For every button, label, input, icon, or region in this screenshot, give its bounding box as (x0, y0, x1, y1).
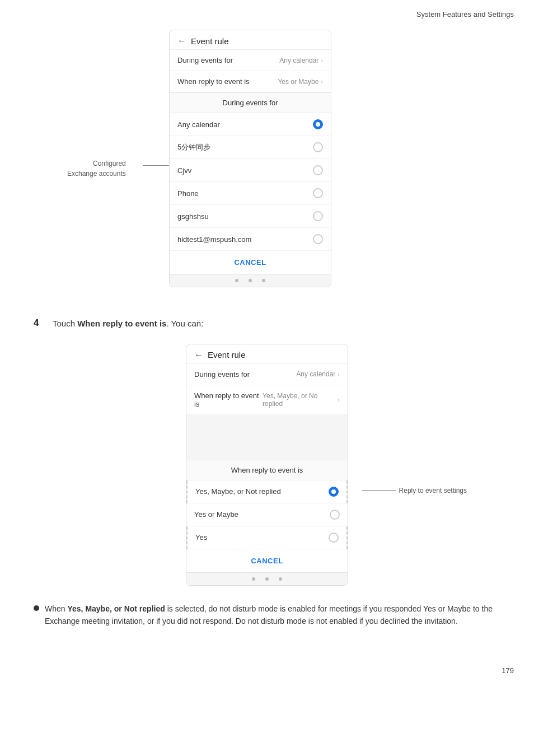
page-number: 179 (0, 666, 534, 675)
second-dropdown-header: When reply to event is (186, 460, 348, 480)
dropdown-item-5min[interactable]: 5分钟同步 (170, 136, 331, 159)
step4-text-after: . You can: (166, 319, 203, 328)
second-screen-topbar: ← Event rule (186, 344, 348, 364)
first-dropdown-header: During events for (170, 93, 331, 113)
second-dropdown-panel: When reply to event is Yes, Maybe, or No… (186, 460, 348, 572)
second-row-during-label: During events for (194, 370, 250, 379)
dropdown-item-label: Any calendar (177, 120, 220, 129)
annotation-label: Reply to event settings (399, 487, 467, 494)
dropdown-item-label: Yes (195, 533, 207, 542)
second-empty-area (186, 415, 348, 460)
radio-empty-icon (329, 533, 339, 543)
dropdown-item-cjvv[interactable]: Cjvv (170, 159, 331, 182)
first-row-reply-chevron: › (321, 78, 323, 85)
second-phone-mockup: ← Event rule During events for Any calen… (186, 344, 348, 586)
bullet-list: When Yes, Maybe, or Not replied is selec… (34, 603, 500, 628)
radio-empty-icon (313, 142, 323, 152)
dropdown-item-label: Phone (177, 189, 199, 198)
first-screen-title: Event rule (191, 36, 229, 46)
radio-selected-icon (329, 487, 339, 497)
radio-empty-icon (313, 234, 323, 244)
second-row-during-events[interactable]: During events for Any calendar › (186, 364, 348, 385)
nav-dot-2 (249, 279, 252, 282)
first-row-reply-label: When reply to event is (177, 77, 250, 86)
bullet-dot-1 (34, 605, 39, 611)
dropdown-item-yes[interactable]: Yes (186, 526, 348, 549)
radio-empty-icon (313, 165, 323, 175)
second-screen-title: Event rule (208, 350, 246, 360)
dropdown-item-label: 5分钟同步 (177, 142, 210, 152)
second-row-reply-label: When reply to event is (194, 391, 263, 408)
radio-selected-icon (313, 119, 323, 129)
nav-dot-1 (252, 577, 255, 581)
first-row-during-value: Any calendar (279, 57, 318, 64)
dropdown-item-label: Cjvv (177, 166, 191, 175)
first-cancel-button[interactable]: CANCEL (170, 251, 331, 274)
reply-to-event-annotation: Reply to event settings (362, 487, 467, 494)
radio-empty-icon (313, 211, 323, 221)
step4-bold-text: When reply to event is (77, 319, 166, 328)
first-bottom-nav (170, 274, 331, 287)
dropdown-item-label: gsghshsu (177, 212, 209, 221)
dropdown-item-phone[interactable]: Phone (170, 182, 331, 205)
first-screen-topbar: ← Event rule (170, 30, 331, 50)
annotation-line2 (362, 490, 396, 491)
bullet-bold-1: Yes, Maybe, or Not replied (67, 604, 165, 613)
dropdown-item-yes-maybe-not[interactable]: Yes, Maybe, or Not replied (186, 480, 348, 503)
bullet-text-1: When Yes, Maybe, or Not replied is selec… (45, 603, 500, 628)
dropdown-item-hidtest[interactable]: hidtest1@mspush.com (170, 228, 331, 251)
first-row-during-chevron: › (321, 57, 323, 64)
dropdown-item-any-calendar[interactable]: Any calendar (170, 113, 331, 136)
dropdown-item-label: hidtest1@mspush.com (177, 235, 251, 244)
step4-text-before: Touch (53, 319, 77, 328)
second-row-during-chevron: › (338, 371, 340, 377)
first-mockup-section: Configured Exchange accounts ← Event rul… (34, 30, 500, 304)
first-row-reply[interactable]: When reply to event is Yes or Maybe › (170, 71, 331, 92)
first-dropdown-panel: During events for Any calendar 5分钟同步 Cjv… (170, 92, 331, 274)
second-row-during-value: Any calendar (296, 370, 335, 378)
step4-instruction: 4 Touch When reply to event is. You can: (34, 318, 500, 330)
page-header: System Features and Settings (0, 0, 534, 24)
second-bottom-nav (186, 572, 348, 585)
configured-accounts-annotation: Configured Exchange accounts (67, 158, 126, 179)
bullet-item-1: When Yes, Maybe, or Not replied is selec… (34, 603, 500, 628)
nav-dot-3 (262, 279, 265, 282)
step4-number: 4 (34, 318, 45, 329)
second-cancel-button[interactable]: CANCEL (186, 549, 348, 572)
radio-empty-icon (330, 510, 340, 520)
step4-text: Touch When reply to event is. You can: (53, 318, 203, 330)
dropdown-item-label: Yes or Maybe (194, 510, 238, 519)
first-row-during-label: During events for (177, 56, 233, 64)
second-back-arrow[interactable]: ← (194, 350, 203, 360)
dropdown-item-label: Yes, Maybe, or Not replied (195, 487, 281, 496)
radio-empty-icon (313, 188, 323, 198)
first-row-reply-value: Yes or Maybe (278, 78, 318, 86)
first-back-arrow[interactable]: ← (177, 36, 186, 46)
nav-dot-3 (279, 577, 282, 581)
second-mockup-section: ← Event rule During events for Any calen… (34, 344, 500, 586)
nav-dot-1 (235, 279, 238, 282)
second-row-reply[interactable]: When reply to event is Yes, Maybe, or No… (186, 385, 348, 415)
second-row-reply-chevron: › (338, 396, 340, 403)
dropdown-item-yes-maybe[interactable]: Yes or Maybe (186, 503, 348, 526)
nav-dot-2 (265, 577, 269, 581)
first-row-during-events[interactable]: During events for Any calendar › (170, 50, 331, 71)
dropdown-item-gsghshsu[interactable]: gsghshsu (170, 205, 331, 228)
first-phone-mockup: ← Event rule During events for Any calen… (169, 30, 331, 287)
second-row-reply-value: Yes, Maybe, or No replied (263, 392, 335, 408)
